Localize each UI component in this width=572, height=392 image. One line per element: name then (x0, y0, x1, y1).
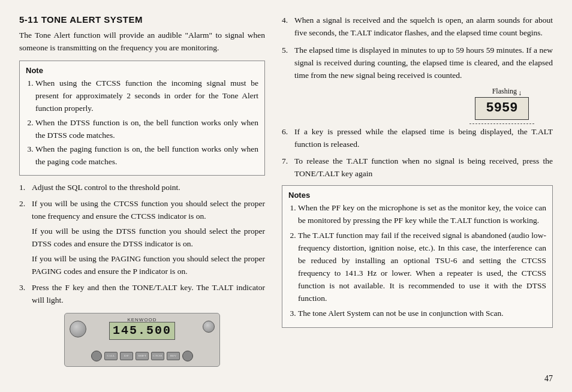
right-step-4-num: 4. (282, 14, 291, 40)
flashing-label: Flashing (492, 87, 529, 96)
notes-item-3: The tone Alert System can not be use in … (298, 307, 546, 320)
note-item-1: When using the CTCSS function the incomi… (35, 77, 258, 115)
right-step-7: 7. To release the T.ALT function when no… (282, 155, 553, 180)
step-1-num: 1. (19, 182, 29, 194)
radio-btn-4: CTCSS (151, 352, 164, 360)
notes-item-1: When the PF key on the microphone is set… (298, 202, 546, 227)
right-step-5-num: 5. (282, 44, 291, 82)
radio-knob-right (203, 321, 215, 333)
right-step-4-text: When a signal is received and the squelc… (294, 14, 553, 40)
notes-box-title: Notes (288, 191, 546, 200)
radio-btn-5: REV (167, 352, 180, 360)
notes-item-2: The T.ALT function may fail if the recei… (298, 230, 546, 305)
diagram-container: Flashing ↓ 5959 (282, 87, 553, 120)
right-steps-list-2: 6. If a key is pressed while the elapsed… (282, 126, 553, 181)
step-2-sub1: If you will be using the DTSS function y… (32, 225, 265, 251)
radio-circle-btn-1 (91, 351, 102, 361)
notes-list: When the PF key on the microphone is set… (288, 202, 546, 319)
radio-image-container: KENWOOD 145.500 CALL D/F SHIFT CTCSS REV (19, 313, 265, 367)
right-step-6-num: 6. (282, 126, 291, 151)
step-2-num: 2. (19, 198, 29, 278)
right-step-5: 5. The elapsed time is displayed in minu… (282, 44, 553, 82)
step-2-text: If you will be using the CTCSS function … (32, 199, 265, 221)
step-2-content: If you will be using the CTCSS function … (32, 198, 265, 278)
note-list: When using the CTCSS function the incomi… (26, 77, 258, 168)
intro-paragraph: The Tone Alert function will provide an … (19, 29, 265, 55)
display-value: 5959 (486, 101, 518, 116)
radio-buttons-row: CALL D/F SHIFT CTCSS REV (71, 351, 213, 361)
step-3-text: Press the F key and then the TONE/T.ALT … (32, 282, 265, 307)
step-2-sub2: If you will be using the PAGING function… (32, 253, 265, 278)
note-item-2: When the DTSS function is on, the bell f… (35, 117, 258, 142)
radio-btn-2: D/F (120, 352, 133, 360)
radio-display-value: 145.500 (113, 324, 171, 337)
section-title: 5-11 TONE ALERT SYSTEM (19, 14, 265, 25)
right-step-7-num: 7. (282, 155, 291, 180)
radio-circle-btn-2 (182, 351, 193, 361)
display-line (469, 123, 534, 124)
left-column: 5-11 TONE ALERT SYSTEM The Tone Alert fu… (19, 14, 265, 367)
page-layout: 5-11 TONE ALERT SYSTEM The Tone Alert fu… (19, 14, 553, 367)
radio-btn-1: CALL (104, 352, 118, 360)
right-step-6: 6. If a key is pressed while the elapsed… (282, 126, 553, 151)
note-item-3: When the paging function is on, the bell… (35, 143, 258, 168)
note-box-title: Note (26, 66, 258, 75)
note-box: Note When using the CTCSS function the i… (19, 61, 265, 176)
step-1: 1. Adjust the SQL control to the thresho… (19, 182, 265, 194)
step-2: 2. If you will be using the CTCSS functi… (19, 198, 265, 278)
page-number: 47 (544, 374, 553, 384)
display-box: ↓ 5959 (475, 97, 529, 120)
notes-box: Notes When the PF key on the microphone … (282, 185, 553, 327)
step-3: 3. Press the F key and then the TONE/T.A… (19, 282, 265, 307)
radio-btn-3: SHIFT (136, 352, 149, 360)
step-1-text: Adjust the SQL control to the threshold … (32, 182, 265, 194)
right-step-5-text: The elapsed time is displayed in minutes… (294, 44, 553, 82)
step-3-num: 3. (19, 282, 29, 307)
right-step-4: 4. When a signal is received and the squ… (282, 14, 553, 40)
radio-knob-left (70, 321, 86, 337)
right-column: 4. When a signal is received and the squ… (282, 14, 553, 367)
steps-list: 1. Adjust the SQL control to the thresho… (19, 182, 265, 306)
right-step-7-text: To release the T.ALT function when no si… (294, 155, 553, 180)
arrow-down-icon: ↓ (518, 89, 522, 98)
radio-image: KENWOOD 145.500 CALL D/F SHIFT CTCSS REV (64, 313, 220, 367)
radio-display: 145.500 (109, 322, 175, 340)
right-step-6-text: If a key is pressed while the elapsed ti… (294, 126, 553, 151)
right-steps-list: 4. When a signal is received and the squ… (282, 14, 553, 82)
